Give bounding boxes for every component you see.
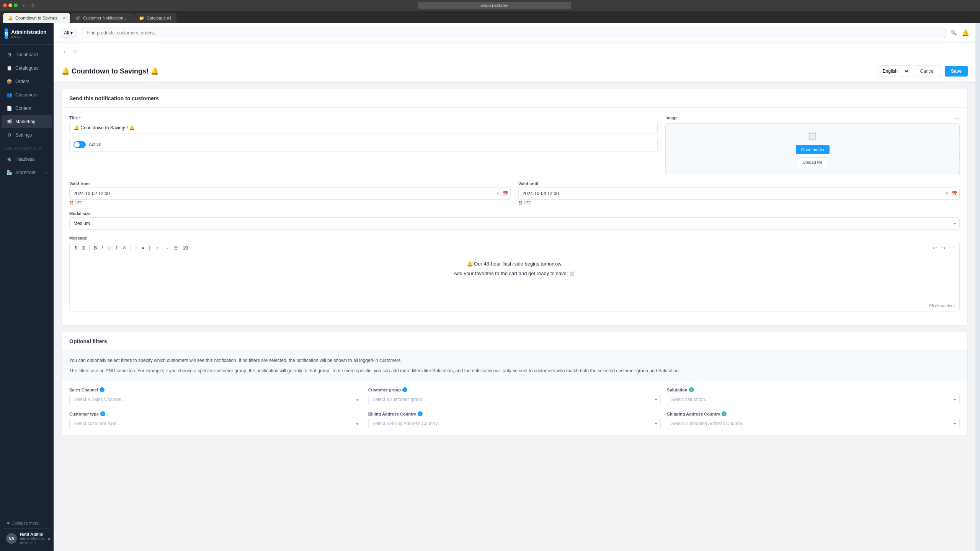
- image-label: Image: [665, 116, 678, 120]
- sidebar-item-customers[interactable]: 👥 Customers: [2, 88, 52, 101]
- toolbar-remove-format[interactable]: ✕: [121, 245, 128, 251]
- collapse-menu-button[interactable]: ◀ Collapse menu: [3, 517, 51, 528]
- page: ‹ ⟳ 🔔 Countdown to Savings! 🔔 English Ge…: [54, 43, 975, 551]
- toolbar-italic[interactable]: I: [100, 245, 105, 251]
- tab-close[interactable]: ✕: [62, 16, 65, 20]
- image-more-options[interactable]: ⋯: [954, 116, 960, 122]
- filter-customer-type: Customer type i Select customer type...: [69, 411, 362, 429]
- toolbar-clear[interactable]: ⌧: [181, 245, 190, 251]
- customer-type-info[interactable]: i: [100, 411, 105, 416]
- tab3-label: Catalogue #1: [147, 16, 172, 20]
- sales-channel-label: Sales Channel i: [69, 387, 362, 392]
- toolbar-underline[interactable]: U: [105, 245, 113, 251]
- editor-content[interactable]: 🔔 Our 48-hour flash sale begins tomorrow…: [70, 254, 959, 300]
- url-bar[interactable]: sw66.natif.dev: [418, 2, 571, 9]
- required-star: *: [79, 116, 80, 120]
- tab-2[interactable]: 🛒 Customer Notifications | Shopware Admi…: [71, 13, 134, 23]
- valid-from-calendar[interactable]: 📅: [503, 191, 508, 196]
- right-panel-icon[interactable]: ⋮: [976, 69, 980, 72]
- active-toggle-row: Active: [69, 138, 658, 152]
- toolbar-align[interactable]: ≡: [132, 245, 139, 251]
- toolbar-grid[interactable]: ⊞: [80, 245, 87, 251]
- toolbar-columns[interactable]: ||: [147, 245, 154, 251]
- sales-channel-select[interactable]: Select a Sales Channel...: [69, 394, 362, 405]
- salutation-select[interactable]: Select salutation...: [667, 394, 960, 405]
- toolbar-table[interactable]: ☰: [172, 245, 180, 251]
- message-line-2: Add your favorites to the cart and get r…: [76, 270, 953, 278]
- title-input[interactable]: [69, 122, 658, 134]
- billing-country-select[interactable]: Select a Billing Address Country...: [368, 418, 661, 429]
- tab-3[interactable]: 📁 Catalogue #1: [134, 13, 176, 23]
- valid-until-clear[interactable]: ✕: [945, 191, 949, 196]
- forward-button[interactable]: ⟳: [71, 47, 80, 55]
- nav-back[interactable]: ‹: [23, 2, 25, 8]
- customer-group-select[interactable]: Select a customer group...: [368, 394, 661, 405]
- salutation-wrapper: Select salutation...: [667, 394, 960, 405]
- optional-filters-card: Optional filters You can optionally sele…: [61, 332, 968, 436]
- save-button[interactable]: Save: [945, 66, 968, 77]
- user-role: administration restricted: [20, 536, 44, 545]
- message-col: Message ¶ ⊞ B I U T: [69, 236, 960, 311]
- page-title-bar: 🔔 Countdown to Savings! 🔔 English German…: [54, 60, 975, 83]
- sidebar: S Administration 6.6.4.1 ⊞ Dashboard 📋 C…: [0, 23, 54, 551]
- modal-size-row: Modal size Medium Small Large: [69, 211, 960, 230]
- sidebar-item-marketing[interactable]: 📢 Marketing: [2, 115, 52, 128]
- modal-size-select[interactable]: Medium Small Large: [69, 217, 960, 230]
- billing-country-info[interactable]: i: [418, 411, 423, 416]
- shipping-country-info[interactable]: i: [722, 411, 727, 416]
- toolbar-redo[interactable]: ↪: [939, 245, 947, 251]
- back-button[interactable]: ‹: [61, 47, 68, 55]
- upload-file-button[interactable]: Upload file: [797, 157, 828, 167]
- customers-icon: 👥: [6, 92, 12, 98]
- sales-channel-info[interactable]: i: [100, 387, 105, 392]
- language-selector[interactable]: English German: [877, 65, 910, 77]
- toolbar-justify[interactable]: =: [140, 245, 147, 251]
- sidebar-item-headless[interactable]: ◉ Headless: [2, 153, 52, 166]
- toolbar-undo[interactable]: ↩: [931, 245, 939, 251]
- tab-active[interactable]: 🔔 Countdown to Savings! ✕: [3, 13, 70, 23]
- cancel-button[interactable]: Cancel: [914, 65, 941, 77]
- search-type-chevron: ▾: [70, 30, 73, 36]
- nav-forward[interactable]: ›: [27, 2, 29, 8]
- notification-icon[interactable]: 🔔: [962, 29, 969, 36]
- toolbar-strikethrough[interactable]: T: [113, 245, 120, 251]
- salutation-label: Salutation i: [667, 387, 960, 392]
- search-input[interactable]: [82, 28, 946, 38]
- tab2-label: Customer Notifications | Shopware Admini…: [83, 16, 129, 20]
- storefront-icon: 🏪: [6, 170, 12, 176]
- customer-type-label: Customer type i: [69, 411, 362, 416]
- customer-group-info[interactable]: i: [402, 387, 407, 392]
- active-toggle[interactable]: [74, 141, 86, 148]
- valid-until-calendar[interactable]: 📅: [952, 191, 957, 196]
- sidebar-item-orders[interactable]: 📦 Orders: [2, 75, 52, 88]
- modal-size-col: Modal size Medium Small Large: [69, 211, 960, 230]
- toolbar-bold[interactable]: B: [91, 245, 99, 251]
- customer-type-wrapper: Select customer type...: [69, 418, 362, 429]
- settings-icon: ⚙: [6, 132, 12, 138]
- sidebar-item-content[interactable]: 📄 Content: [2, 102, 52, 115]
- notification-form-card: Send this notification to customers Titl…: [61, 89, 968, 326]
- search-button[interactable]: 🔍: [951, 30, 957, 36]
- search-type-selector[interactable]: All ▾: [60, 28, 77, 38]
- sidebar-item-storefront[interactable]: 🏪 Storefront ⤢: [2, 166, 52, 179]
- logo-icon: S: [5, 28, 8, 39]
- toolbar-indent[interactable]: ↵: [154, 245, 162, 251]
- valid-from-clear[interactable]: ✕: [496, 191, 500, 196]
- toolbar-list[interactable]: →: [163, 245, 171, 251]
- toolbar-more[interactable]: ⋯: [948, 245, 956, 251]
- sidebar-item-catalogues[interactable]: 📋 Catalogues: [2, 62, 52, 75]
- sidebar-item-settings[interactable]: ⚙ Settings: [2, 129, 52, 142]
- salutation-info[interactable]: i: [689, 387, 694, 392]
- topbar-right: 🔔: [962, 29, 969, 36]
- user-expand-icon[interactable]: ▲: [47, 536, 51, 541]
- valid-from-input[interactable]: [69, 187, 511, 200]
- shipping-country-select[interactable]: Select a Shipping Address Country...: [667, 418, 960, 429]
- sidebar-item-label: Content: [15, 106, 31, 111]
- nav-reload[interactable]: ↻: [31, 3, 35, 8]
- toolbar-paragraph[interactable]: ¶: [73, 245, 79, 251]
- customer-group-wrapper: Select a customer group...: [368, 394, 661, 405]
- sidebar-item-dashboard[interactable]: ⊞ Dashboard: [2, 48, 52, 61]
- customer-type-select[interactable]: Select customer type...: [69, 418, 362, 429]
- open-media-button[interactable]: Open media: [796, 145, 830, 154]
- valid-until-input[interactable]: [518, 187, 960, 200]
